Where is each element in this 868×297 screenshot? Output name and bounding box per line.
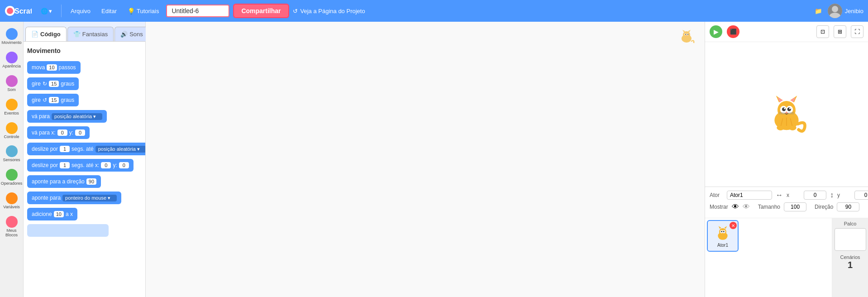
category-item-eventos[interactable]: Eventos xyxy=(0,96,24,119)
category-item-variaveis[interactable]: Variáveis xyxy=(0,190,24,212)
category-item-movimento[interactable]: Movimento xyxy=(0,25,24,48)
category-item-aparencia[interactable]: Aparência xyxy=(0,49,24,72)
eye-open-icon[interactable]: 👁 xyxy=(732,203,739,211)
eye-closed-icon[interactable]: 👁 xyxy=(743,203,750,211)
category-item-operadores[interactable]: Operadores xyxy=(0,166,24,189)
tab-fantasias[interactable]: 👕 Fantasias xyxy=(67,27,114,41)
block-deslize-2-x-input[interactable]: 0 xyxy=(101,162,111,168)
block-aponte-direcao[interactable]: aponte para a direção 90 xyxy=(27,175,101,188)
block-aponte-direcao-input[interactable]: 90 xyxy=(86,178,96,185)
block-gire-cw-text: gire xyxy=(32,81,41,87)
svg-point-26 xyxy=(789,108,791,109)
category-item-controle[interactable]: Controle xyxy=(0,120,24,142)
tutoriais-button[interactable]: 💡 Tutoriais xyxy=(124,6,162,16)
block-va-para-xy[interactable]: vá para x: 0 y: 0 xyxy=(27,126,90,139)
blocks-panel: Movimento mova 10 passos gire ↻ 15 graus xyxy=(24,42,145,297)
block-deslize-1-input[interactable]: 1 xyxy=(60,146,70,152)
block-deslize-2-y-label: y: xyxy=(113,162,117,168)
svg-point-12 xyxy=(685,34,687,35)
rotate-ccw-icon: ↺ xyxy=(43,97,47,103)
view-project-button[interactable]: ↺ Veja a Página do Projeto xyxy=(293,8,365,14)
language-button[interactable]: 🌐 ▾ xyxy=(37,6,56,16)
categories-sidebar: MovimentoAparênciaSomEventosControleSens… xyxy=(0,22,24,297)
fullscreen-icon: ⛶ xyxy=(854,29,860,35)
mostrar-label: Mostrar xyxy=(710,204,728,210)
block-gire-cw[interactable]: gire ↻ 15 graus xyxy=(27,77,79,90)
svg-point-1 xyxy=(7,8,13,14)
svg-point-14 xyxy=(686,35,687,36)
fullscreen-button[interactable]: ⛶ xyxy=(851,25,863,38)
sprite-name-input[interactable] xyxy=(727,191,772,200)
arquivo-label: Arquivo xyxy=(71,8,91,14)
fantasias-label: Fantasias xyxy=(82,31,108,38)
block-aponte-para-dropdown[interactable]: ponteiro do mouse ▾ xyxy=(62,195,117,201)
block-deslize-2-y-input[interactable]: 0 xyxy=(119,162,129,168)
category-dot-operadores xyxy=(6,169,18,181)
share-button[interactable]: Compartilhar xyxy=(233,4,289,18)
sons-label: Sons xyxy=(129,31,143,38)
block-va-para-y-input[interactable]: 0 xyxy=(75,129,85,136)
block-gire-cw-input[interactable]: 15 xyxy=(49,81,59,87)
category-label-eventos: Eventos xyxy=(4,111,19,116)
svg-point-25 xyxy=(784,108,785,109)
x-input[interactable] xyxy=(804,191,826,200)
category-label-som: Som xyxy=(7,88,16,92)
y-input[interactable] xyxy=(854,191,868,200)
block-mova-input[interactable]: 10 xyxy=(47,64,57,71)
scratch-logo[interactable]: Scratch xyxy=(5,3,32,19)
block-deslize-1-text: deslize por xyxy=(32,146,58,152)
category-dot-sensores xyxy=(6,145,18,157)
stop-button[interactable]: ⬛ xyxy=(727,25,739,38)
smaller-stage-button[interactable]: ⊡ xyxy=(816,25,829,38)
block-deslize-2-input[interactable]: 1 xyxy=(60,162,70,168)
block-deslize-2[interactable]: deslize por 1 segs. até x: 0 y: 0 xyxy=(27,159,134,172)
svg-point-46 xyxy=(724,231,724,231)
green-flag-button[interactable]: ▶ xyxy=(710,25,722,38)
block-va-para[interactable]: vá para posição aleatória ▾ xyxy=(27,110,107,123)
tamanho-label: Tamanho xyxy=(758,204,780,210)
block-adicione[interactable]: adicione 10 a x xyxy=(27,208,77,220)
project-name-input[interactable] xyxy=(166,5,229,17)
stage-thumb[interactable] xyxy=(835,228,866,251)
view-project-icon: ↺ xyxy=(293,8,298,14)
topbar-divider xyxy=(61,5,62,17)
sprite-info-main-row: Ator ↔ x ↕ y xyxy=(710,191,863,200)
direction-input[interactable] xyxy=(837,202,859,211)
block-row-aponte-direcao: aponte para a direção 90 xyxy=(27,174,142,189)
block-va-para-y-label: y: xyxy=(69,129,73,136)
category-item-sensores[interactable]: Sensores xyxy=(0,143,24,165)
block-mova[interactable]: mova 10 passos xyxy=(27,61,81,74)
file-icon-button[interactable]: 📁 xyxy=(813,6,824,16)
block-aponte-para-text: aponte para xyxy=(32,195,61,201)
block-row-gire-cw: gire ↻ 15 graus xyxy=(27,76,142,91)
block-extra[interactable] xyxy=(27,224,109,237)
sprite-info: Ator ↔ x ↕ y Mostrar 👁 👁 Tamanho Direção xyxy=(705,187,868,218)
category-item-som[interactable]: Som xyxy=(0,72,24,95)
block-gire-ccw-input[interactable]: 15 xyxy=(49,97,59,103)
normal-stage-button[interactable]: ⊞ xyxy=(834,25,846,38)
blocks-category-header: Movimento xyxy=(27,45,142,56)
editar-menu[interactable]: Editar xyxy=(98,6,120,16)
view-project-label: Veja a Página do Projeto xyxy=(300,8,365,14)
sprite-delete-button[interactable]: ✕ xyxy=(730,222,737,229)
block-deslize-1[interactable]: deslize por 1 segs. até posição aleatóri… xyxy=(27,143,145,155)
category-dot-variaveis xyxy=(6,192,18,204)
sprite-thumb-ator1[interactable]: ✕ Ator1 xyxy=(707,220,739,252)
block-va-para-dropdown[interactable]: posição aleatória ▾ xyxy=(52,113,102,120)
block-va-para-x-input[interactable]: 0 xyxy=(57,129,67,136)
tab-codigo[interactable]: 📄 Código xyxy=(25,27,67,41)
block-aponte-para[interactable]: aponte para ponteiro do mouse ▾ xyxy=(27,192,121,204)
arquivo-menu[interactable]: Arquivo xyxy=(67,6,94,16)
sprites-area: ✕ Ator1 xyxy=(705,218,868,297)
scripting-area[interactable] xyxy=(146,22,705,297)
stage-cat xyxy=(764,92,809,137)
avatar-image xyxy=(828,4,842,18)
size-input[interactable] xyxy=(784,202,806,211)
block-gire-ccw[interactable]: gire ↺ 15 graus xyxy=(27,94,79,106)
tab-sons[interactable]: 🔊 Sons xyxy=(114,27,149,41)
user-avatar[interactable]: Jenibio xyxy=(828,4,863,18)
category-item-meus-blocos[interactable]: Meus Blocos xyxy=(0,213,24,240)
block-aponte-direcao-text: aponte para a direção xyxy=(32,178,85,185)
block-deslize-1-dropdown[interactable]: posição aleatória ▾ xyxy=(95,146,145,153)
block-adicione-input[interactable]: 10 xyxy=(54,211,64,217)
